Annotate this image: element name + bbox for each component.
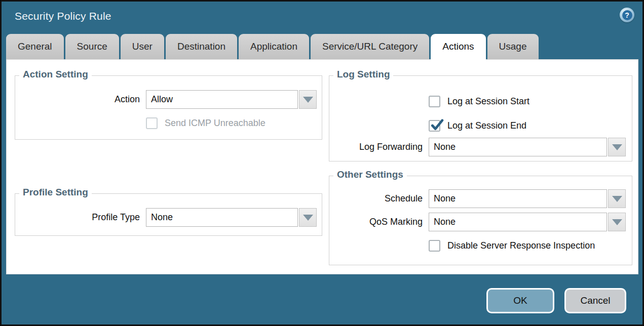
- tab-usage[interactable]: Usage: [487, 34, 539, 59]
- profile-setting-group: Profile Setting Profile Type None: [15, 193, 322, 236]
- dialog-title: Security Policy Rule: [15, 10, 111, 22]
- schedule-label: Schedule: [330, 193, 429, 204]
- title-bar: Security Policy Rule ?: [2, 2, 642, 34]
- log-at-session-start-label: Log at Session Start: [440, 96, 529, 107]
- qos-marking-label: QoS Marking: [330, 217, 429, 227]
- tab-destination[interactable]: Destination: [166, 34, 237, 59]
- action-setting-group: Action Setting Action Allow Send ICMP: [15, 75, 322, 140]
- profile-type-dropdown: None: [146, 208, 317, 227]
- log-setting-legend: Log Setting: [333, 69, 393, 80]
- schedule-dropdown-button[interactable]: [608, 189, 626, 208]
- cancel-button[interactable]: Cancel: [564, 288, 626, 313]
- disable-server-response-inspection-checkbox[interactable]: [429, 240, 440, 252]
- check-icon: [430, 119, 443, 132]
- tab-source[interactable]: Source: [65, 34, 119, 59]
- log-setting-group: Log Setting Log at Session Start Log at: [329, 75, 632, 161]
- disable-server-response-inspection-label: Disable Server Response Inspection: [440, 240, 595, 251]
- tab-user[interactable]: User: [121, 34, 164, 59]
- send-icmp-unreachable-label: Send ICMP Unreachable: [158, 118, 266, 129]
- qos-marking-dropdown-value[interactable]: None: [429, 213, 607, 231]
- action-dropdown-value[interactable]: Allow: [146, 90, 298, 109]
- log-forwarding-label: Log Forwarding: [330, 142, 429, 152]
- chevron-down-icon: [612, 144, 622, 150]
- log-forwarding-dropdown: None: [429, 138, 626, 156]
- help-icon[interactable]: ?: [620, 8, 634, 22]
- tab-bar: General Source User Destination Applicat…: [6, 34, 539, 60]
- tab-application[interactable]: Application: [239, 34, 309, 59]
- profile-type-dropdown-value[interactable]: None: [146, 208, 298, 227]
- profile-type-label: Profile Type: [16, 212, 146, 223]
- action-label: Action: [16, 94, 146, 105]
- profile-type-dropdown-button[interactable]: [299, 208, 317, 227]
- qos-marking-dropdown: None: [429, 213, 626, 231]
- profile-setting-legend: Profile Setting: [19, 187, 92, 198]
- schedule-dropdown-value[interactable]: None: [429, 189, 607, 208]
- actions-tab-panel: Action Setting Action Allow Send ICMP: [6, 59, 638, 274]
- chevron-down-icon: [612, 219, 622, 225]
- chevron-down-icon: [303, 215, 313, 221]
- help-icon-glyph: ?: [622, 10, 632, 20]
- ok-button[interactable]: OK: [486, 288, 554, 313]
- log-at-session-end-label: Log at Session End: [440, 120, 526, 131]
- tab-service-url-category[interactable]: Service/URL Category: [311, 34, 429, 59]
- tab-general[interactable]: General: [6, 34, 64, 59]
- log-forwarding-dropdown-value[interactable]: None: [429, 138, 607, 156]
- security-policy-rule-dialog: Security Policy Rule ? General Source Us…: [0, 0, 644, 326]
- chevron-down-icon: [303, 97, 313, 103]
- schedule-dropdown: None: [429, 189, 626, 208]
- other-settings-group: Other Settings Schedule None QoS Marking…: [329, 176, 632, 265]
- action-dropdown-button[interactable]: [299, 90, 317, 109]
- chevron-down-icon: [612, 196, 622, 202]
- action-setting-legend: Action Setting: [19, 69, 92, 80]
- tab-actions[interactable]: Actions: [431, 34, 485, 60]
- action-dropdown: Allow: [146, 90, 317, 109]
- log-forwarding-dropdown-button[interactable]: [608, 138, 626, 156]
- other-settings-legend: Other Settings: [333, 169, 407, 180]
- qos-marking-dropdown-button[interactable]: [608, 213, 626, 231]
- send-icmp-unreachable-checkbox: [146, 117, 158, 129]
- log-at-session-start-checkbox[interactable]: [429, 96, 440, 107]
- log-at-session-end-checkbox[interactable]: [429, 120, 440, 132]
